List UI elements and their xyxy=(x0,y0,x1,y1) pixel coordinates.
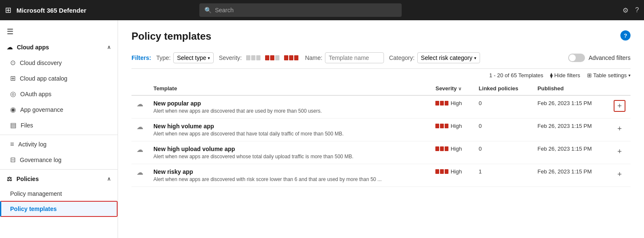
template-icon: ☁ xyxy=(137,100,143,108)
files-icon: ▤ xyxy=(10,121,16,129)
sidebar-item-oauth-apps[interactable]: ◎ OAuth apps xyxy=(0,86,118,102)
main-content: Policy templates ? Filters: Type: Select… xyxy=(118,20,644,238)
oauth-icon: ◎ xyxy=(10,90,16,98)
type-filter-chevron: ▾ xyxy=(208,56,210,60)
severity-icons xyxy=(244,54,300,61)
app-title: Microsoft 365 Defender xyxy=(16,7,86,14)
add-policy-button[interactable]: + xyxy=(614,100,625,112)
table-row: ☁ New popular app Alert when new apps ar… xyxy=(131,95,631,119)
page-header: Policy templates ? xyxy=(131,30,631,42)
sidebar-item-cloud-app-catalog[interactable]: ⊞ Cloud app catalog xyxy=(0,70,118,86)
add-policy-button[interactable]: + xyxy=(614,123,625,135)
linked-policies-value: 1 xyxy=(479,168,482,175)
template-icon: ☁ xyxy=(137,146,143,153)
table-settings-btn[interactable]: ⊞ Table settings ▾ xyxy=(587,72,631,78)
help-icon[interactable]: ? xyxy=(635,6,639,14)
template-name: New risky app xyxy=(153,168,425,175)
catalog-icon: ⊞ xyxy=(10,74,16,82)
row-linked-policies-cell: 0 xyxy=(474,119,533,141)
severity-med-group[interactable] xyxy=(263,54,281,61)
severity-low-group[interactable] xyxy=(244,54,262,61)
sidebar-divider-2 xyxy=(0,169,118,170)
hide-filters-btn[interactable]: ⧫ Hide filters xyxy=(550,72,580,78)
search-bar[interactable]: 🔍 xyxy=(199,3,402,17)
linked-policies-value: 0 xyxy=(479,100,482,106)
advanced-filters-label: Advanced filters xyxy=(588,54,631,61)
sev-low-1 xyxy=(246,55,250,60)
row-template-cell: New high upload volume app Alert when ne… xyxy=(148,141,430,164)
add-policy-button[interactable]: + xyxy=(614,168,625,180)
sidebar-item-cloud-app-catalog-label: Cloud app catalog xyxy=(20,75,67,82)
row-icon-cell: ☁ xyxy=(131,95,148,119)
sidebar-section-cloud-apps-label: Cloud apps xyxy=(17,44,49,51)
published-date: Feb 26, 2023 1:15 PM xyxy=(537,168,592,175)
top-navigation: ⊞ Microsoft 365 Defender 🔍 ⚙ ? xyxy=(0,0,644,20)
row-severity-cell: High xyxy=(430,164,474,187)
sidebar-item-app-governance[interactable]: ◉ App governance xyxy=(0,102,118,117)
table-settings-label: Table settings xyxy=(593,72,627,78)
row-icon-cell: ☁ xyxy=(131,119,148,141)
page-help-icon[interactable]: ? xyxy=(620,30,631,41)
severity-label: High xyxy=(451,146,462,152)
sidebar-item-app-governance-label: App governance xyxy=(20,106,63,113)
template-name: New high upload volume app xyxy=(153,146,425,152)
sev-high-2 xyxy=(289,55,293,60)
th-template: Template xyxy=(148,82,430,95)
app-grid-icon[interactable]: ⊞ xyxy=(5,5,11,15)
row-linked-policies-cell: 0 xyxy=(474,95,533,119)
activity-log-icon: ≡ xyxy=(10,141,14,148)
sidebar-item-policy-templates-label: Policy templates xyxy=(10,206,57,212)
sidebar-item-files[interactable]: ▤ Files xyxy=(0,117,118,133)
settings-icon[interactable]: ⚙ xyxy=(623,6,628,14)
advanced-filters-switch[interactable] xyxy=(568,54,585,62)
sidebar-item-cloud-discovery-label: Cloud discovery xyxy=(20,60,62,66)
severity-badge: High xyxy=(435,123,469,129)
sidebar-item-cloud-discovery[interactable]: ⊙ Cloud discovery xyxy=(0,55,118,70)
add-policy-button[interactable]: + xyxy=(614,146,625,157)
row-action-cell[interactable]: + xyxy=(609,119,631,141)
severity-filter-label: Severity: xyxy=(219,54,241,61)
sidebar-item-activity-log[interactable]: ≡ Activity log xyxy=(0,137,118,152)
sidebar-hamburger[interactable]: ☰ xyxy=(0,20,118,40)
row-action-cell[interactable]: + xyxy=(609,164,631,187)
table-count: 1 - 20 of 65 Templates xyxy=(489,72,543,78)
row-icon-cell: ☁ xyxy=(131,164,148,187)
th-linked-policies: Linked policies xyxy=(474,82,533,95)
search-icon: 🔍 xyxy=(204,7,212,14)
category-filter-value: Select risk category xyxy=(421,54,472,61)
severity-high-group[interactable] xyxy=(282,54,300,61)
sidebar-item-policy-management[interactable]: Policy management xyxy=(0,187,118,201)
row-severity-cell: High xyxy=(430,141,474,164)
table-settings-icon: ⊞ xyxy=(587,72,592,78)
sev-med-3 xyxy=(275,55,279,60)
th-actions xyxy=(609,82,631,95)
sidebar-item-policy-templates[interactable]: Policy templates xyxy=(0,201,118,217)
row-action-cell[interactable]: + xyxy=(609,141,631,164)
row-published-cell: Feb 26, 2023 1:15 PM xyxy=(532,141,609,164)
sidebar-item-governance-log[interactable]: ⊟ Governance log xyxy=(0,152,118,168)
sidebar-item-files-label: Files xyxy=(21,122,33,129)
policies-icon: ⚖ xyxy=(7,176,12,182)
th-severity[interactable]: Severity ∨ xyxy=(430,82,474,95)
type-filter-label: Type: xyxy=(156,54,171,61)
sev-med-2 xyxy=(270,55,274,60)
row-action-cell[interactable]: + xyxy=(609,95,631,119)
chevron-up-icon-2: ∧ xyxy=(107,176,111,182)
sidebar-section-cloud-apps[interactable]: ☁ Cloud apps ∧ xyxy=(0,40,118,55)
category-filter: Category: Select risk category ▾ xyxy=(389,52,480,63)
template-description: Alert when new apps are discovered that … xyxy=(153,131,425,137)
name-filter: Name: xyxy=(305,52,384,63)
severity-badge: High xyxy=(435,146,469,152)
sidebar-section-policies[interactable]: ⚖ Policies ∧ xyxy=(0,171,118,187)
advanced-filters-toggle[interactable]: Advanced filters xyxy=(568,54,631,62)
search-input[interactable] xyxy=(215,7,397,14)
published-date: Feb 26, 2023 1:15 PM xyxy=(537,146,592,152)
row-severity-cell: High xyxy=(430,119,474,141)
name-filter-input[interactable] xyxy=(325,52,384,63)
template-name: New high volume app xyxy=(153,123,425,130)
category-filter-select[interactable]: Select risk category ▾ xyxy=(417,52,480,63)
governance-log-icon: ⊟ xyxy=(10,156,16,164)
table-header-row: Template Severity ∨ Linked policies Publ… xyxy=(131,82,631,95)
th-icon xyxy=(131,82,148,95)
type-filter-select[interactable]: Select type ▾ xyxy=(173,52,214,63)
